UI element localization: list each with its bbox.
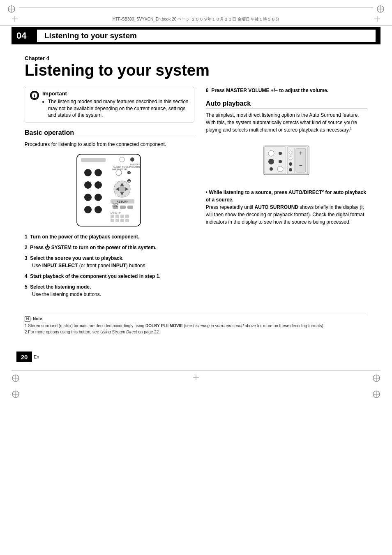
important-icon: i	[30, 91, 39, 100]
remote-left-svg: + – RETURN DTV/T	[74, 152, 145, 228]
svg-point-59	[279, 152, 282, 155]
auto-playback-intro: The simplest, most direct listening opti…	[206, 111, 367, 134]
svg-rect-39	[127, 206, 133, 209]
note-1: 1 Stereo surround (matrix) formats are d…	[25, 323, 367, 329]
step-4: 4 Start playback of the component you se…	[25, 273, 194, 280]
svg-rect-46	[115, 219, 119, 222]
note-section: N Note 1 Stereo surround (matrix) format…	[25, 313, 367, 335]
svg-point-22	[84, 206, 92, 213]
note-icon: N	[25, 316, 30, 322]
svg-point-23	[95, 206, 102, 213]
bottom-crosshair-center	[193, 374, 199, 384]
svg-text:i: i	[34, 92, 35, 98]
basic-operation-heading: Basic operation	[25, 129, 194, 138]
device-illustration: + –	[206, 138, 367, 183]
svg-point-60	[268, 159, 274, 164]
svg-rect-41	[111, 215, 114, 218]
svg-rect-47	[120, 219, 124, 222]
important-title: Important	[42, 90, 189, 97]
bottom-corner-left	[12, 390, 20, 400]
svg-rect-38	[120, 206, 126, 209]
svg-text:DTV/TV: DTV/TV	[111, 211, 121, 214]
chapter-big-title: Listening to your system	[25, 62, 367, 79]
svg-point-72	[289, 168, 292, 171]
svg-point-15	[130, 157, 134, 162]
step-6: 6 Press MASTER VOLUME +/– to adjust the …	[206, 87, 367, 94]
auto-playback-bullet: • While listening to a source, press AUT…	[206, 189, 367, 226]
auto-playback-section: Auto playback The simplest, most direct …	[206, 100, 367, 226]
svg-text:TOOLS: TOOLS	[122, 166, 130, 168]
note-label: Note	[33, 316, 42, 322]
svg-point-62	[270, 167, 273, 171]
crosshair-right	[374, 16, 380, 23]
important-content: Important The listening modes and many f…	[42, 90, 189, 119]
important-bullet: The listening modes and many features de…	[48, 98, 189, 119]
svg-text:–: –	[300, 162, 303, 169]
step-2: 2 Press ⏻ SYSTEM to turn on the power of…	[25, 244, 194, 251]
svg-point-63	[277, 166, 283, 172]
svg-rect-43	[120, 215, 124, 218]
svg-point-70	[289, 157, 292, 160]
svg-point-58	[268, 150, 274, 156]
chapter-title-band: Listening to your system	[37, 30, 376, 42]
page-lang: En	[34, 354, 39, 359]
steps-list: 1 Turn on the power of the playback comp…	[25, 233, 194, 298]
remote-illustration: + – RETURN DTV/T	[25, 152, 194, 228]
svg-text:–: –	[128, 179, 130, 183]
svg-rect-44	[125, 215, 129, 218]
svg-point-19	[95, 181, 102, 189]
device-svg: + –	[260, 138, 313, 183]
page-number: 20	[16, 352, 32, 362]
file-info-text: HTF-SB300_SVYXCN_En.book 20 ページ ２００９年１０月…	[21, 16, 371, 22]
svg-point-16	[84, 169, 92, 176]
bottom-crosshair-left	[12, 374, 20, 384]
svg-text:+: +	[128, 171, 130, 175]
svg-rect-45	[111, 219, 114, 222]
svg-rect-42	[115, 215, 119, 218]
left-column: i Important The listening modes and many…	[25, 87, 194, 301]
svg-point-21	[95, 194, 102, 201]
note-2: 2 For more options using this button, se…	[25, 329, 367, 335]
basic-operation-intro: Procedures for listening to audio from t…	[25, 141, 194, 148]
step-1: 1 Turn on the power of the playback comp…	[25, 233, 194, 240]
bottom-corner-right	[372, 390, 380, 400]
file-info-bar: HTF-SB300_SVYXCN_En.book 20 ページ ２００９年１０月…	[0, 13, 392, 25]
svg-point-61	[279, 160, 282, 163]
svg-point-17	[95, 169, 102, 176]
important-box: i Important The listening modes and many…	[25, 87, 194, 123]
right-column: 6 Press MASTER VOLUME +/– to adjust the …	[206, 87, 367, 226]
svg-text:MENU: MENU	[112, 205, 118, 207]
svg-rect-13	[81, 158, 106, 162]
svg-point-69	[289, 151, 292, 154]
auto-playback-heading: Auto playback	[206, 100, 367, 109]
svg-point-18	[84, 181, 92, 189]
chapter-number: 04	[16, 30, 31, 41]
svg-text:VOLUME: VOLUME	[130, 166, 141, 168]
chapter-label: Chapter 4	[25, 55, 367, 61]
svg-text:+: +	[299, 150, 302, 156]
svg-text:PARAMETER: PARAMETER	[112, 168, 127, 171]
step-3: 3 Select the source you want to playback…	[25, 254, 194, 269]
step-5: 5 Select the listening mode. Use the lis…	[25, 283, 194, 298]
crosshair-left	[12, 16, 18, 23]
page-footer: 20 En	[0, 352, 392, 362]
svg-rect-48	[125, 219, 129, 222]
svg-point-34	[119, 186, 125, 192]
bottom-crosshair-right	[372, 374, 380, 384]
chapter-header: 04 Listening to your system	[12, 27, 380, 44]
svg-point-71	[289, 162, 292, 166]
svg-point-20	[84, 194, 92, 201]
